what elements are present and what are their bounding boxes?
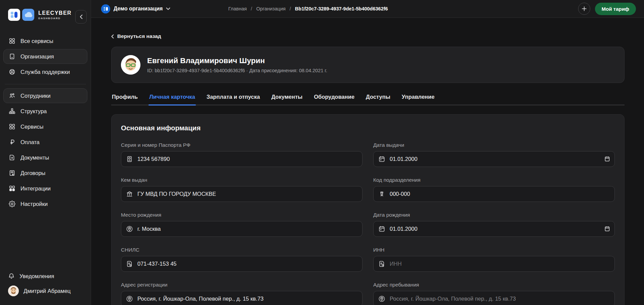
passport-icon xyxy=(126,156,133,163)
ruble-icon xyxy=(8,138,16,146)
tab-accesses[interactable]: Доступы xyxy=(365,92,391,104)
field-label: Кем выдан xyxy=(121,177,362,183)
field-birth-date: Дата рождения xyxy=(373,212,615,237)
sidebar-item-label: Оплата xyxy=(20,139,40,145)
user-name: Дмитрий Абрамец xyxy=(24,288,71,294)
my-tariff-button[interactable]: Мой тариф xyxy=(595,3,636,15)
sidebar-item-all-services[interactable]: Все сервисы xyxy=(3,34,87,48)
building-icon xyxy=(8,53,16,60)
sidebar-item-payment[interactable]: Оплата xyxy=(3,135,87,149)
sidebar-item-label: Сервисы xyxy=(20,124,43,130)
notifications-button[interactable]: Уведомления xyxy=(3,269,87,284)
breadcrumb-organization[interactable]: Организация xyxy=(256,6,286,11)
sidebar-collapse-button[interactable] xyxy=(75,10,87,24)
employee-name: Евгений Владимирович Шурин xyxy=(147,56,327,65)
breadcrumb-home[interactable]: Главная xyxy=(228,6,247,11)
grid-icon xyxy=(8,37,16,45)
user-menu[interactable]: Дмитрий Абрамец xyxy=(3,284,87,298)
snils-input[interactable] xyxy=(137,261,357,267)
sidebar-item-label: Все сервисы xyxy=(20,38,53,44)
tab-documents[interactable]: Документы xyxy=(271,92,303,104)
issued-by-input[interactable] xyxy=(137,191,357,197)
residence-address-input[interactable] xyxy=(390,296,610,302)
field-label: Дата рождения xyxy=(373,212,615,218)
sidebar-footer: Уведомления Дмитрий Абрамец xyxy=(0,269,91,305)
breadcrumb-separator: / xyxy=(251,6,252,11)
sidebar-item-support[interactable]: Служба поддержки xyxy=(3,64,87,79)
cloud-logo-icon xyxy=(22,9,34,21)
document-lines-icon xyxy=(126,260,133,267)
sidebar-divider xyxy=(5,84,86,84)
profile-text: Евгений Владимирович Шурин ID: bb1f20c7-… xyxy=(147,56,327,73)
passport-number-input-wrap xyxy=(121,151,362,167)
field-label: ИНН xyxy=(373,247,615,253)
chevron-left-icon xyxy=(111,34,114,39)
sidebar-item-label: Интеграции xyxy=(20,185,51,192)
sidebar-item-contracts[interactable]: Договоры xyxy=(3,166,87,180)
map-pin-icon xyxy=(378,295,385,302)
sidebar-item-structure[interactable]: Структура xyxy=(3,104,87,119)
field-issued-by: Кем выдан xyxy=(121,177,362,202)
field-passport-number: Серия и номер Паспорта РФ xyxy=(121,142,362,167)
sidebar-item-integrations[interactable]: Интеграции xyxy=(3,181,87,196)
sidebar-item-services[interactable]: Сервисы xyxy=(3,119,87,134)
document-download-icon xyxy=(8,154,16,161)
user-avatar xyxy=(8,286,19,296)
personal-info-form: Серия и номер Паспорта РФ Дата выдачи xyxy=(121,142,615,305)
date-picker-icon[interactable] xyxy=(605,156,610,162)
date-picker-icon[interactable] xyxy=(605,226,610,231)
sidebar-item-documents[interactable]: Документы xyxy=(3,150,87,165)
tab-management[interactable]: Управление xyxy=(401,92,435,104)
field-label: Дата выдачи xyxy=(373,142,615,148)
field-label: Адрес регистрации xyxy=(121,282,362,288)
issue-date-input[interactable] xyxy=(390,156,610,162)
birth-date-input[interactable] xyxy=(390,226,610,232)
breadcrumb-current: Bb1f20c7-3289-4937-9de1-5b400d6362f6 xyxy=(295,6,388,11)
field-label: Место рождения xyxy=(121,212,362,218)
right-area: Демо организация Главная / Организация /… xyxy=(91,0,644,305)
employee-avatar xyxy=(121,55,140,75)
leecyber-logo-icon xyxy=(8,9,20,21)
tab-salary-vacations[interactable]: Зарплата и отпуска xyxy=(206,92,261,104)
issued-by-input-wrap xyxy=(121,186,362,202)
sidebar-item-label: Организация xyxy=(20,53,54,60)
profile-tabs: Профиль Личная карточка Зарплата и отпус… xyxy=(111,92,625,105)
logo-title: LEECYBER xyxy=(38,10,72,16)
registration-address-input-wrap xyxy=(121,291,362,305)
integrations-icon xyxy=(8,185,16,192)
sidebar-item-label: Служба поддержки xyxy=(20,69,70,75)
sidebar-item-organization[interactable]: Организация xyxy=(3,49,87,64)
issue-date-input-wrap xyxy=(373,151,615,167)
inn-input[interactable] xyxy=(390,261,610,267)
back-link[interactable]: Вернуться назад xyxy=(111,33,161,39)
logo-subtitle: DASHBOARD xyxy=(38,17,72,20)
bank-icon xyxy=(126,190,133,198)
sidebar-item-label: Настройки xyxy=(20,201,48,207)
back-link-label: Вернуться назад xyxy=(117,33,161,39)
breadcrumb: Главная / Организация / Bb1f20c7-3289-49… xyxy=(228,6,388,11)
birth-place-input-wrap xyxy=(121,221,362,237)
tab-equipment[interactable]: Оборудование xyxy=(313,92,355,104)
tab-personal-card[interactable]: Личная карточка xyxy=(148,92,196,104)
sidebar-item-employees[interactable]: Сотрудники xyxy=(3,88,87,103)
birth-place-input[interactable] xyxy=(137,226,357,232)
org-selector[interactable]: Демо организация xyxy=(101,4,170,13)
sidebar-item-label: Договоры xyxy=(20,170,45,176)
map-pin-icon xyxy=(126,225,133,232)
department-code-input[interactable] xyxy=(390,191,610,197)
registration-address-input[interactable] xyxy=(137,296,357,302)
sidebar-item-label: Структура xyxy=(20,108,47,115)
passport-number-input[interactable] xyxy=(137,156,357,162)
sidebar-item-label: Документы xyxy=(20,155,49,161)
topbar-actions: Мой тариф xyxy=(578,3,636,15)
add-button[interactable] xyxy=(578,3,590,15)
field-snils: СНИЛС xyxy=(121,247,362,272)
org-name: Демо организация xyxy=(114,6,163,12)
sidebar-item-settings[interactable]: Настройки xyxy=(3,197,87,211)
breadcrumb-separator: / xyxy=(290,6,291,11)
department-code-input-wrap xyxy=(373,186,615,202)
tab-profile[interactable]: Профиль xyxy=(111,92,138,104)
calendar-icon xyxy=(378,225,385,232)
sidebar-item-label: Сотрудники xyxy=(20,93,50,99)
field-label: Серия и номер Паспорта РФ xyxy=(121,142,362,148)
